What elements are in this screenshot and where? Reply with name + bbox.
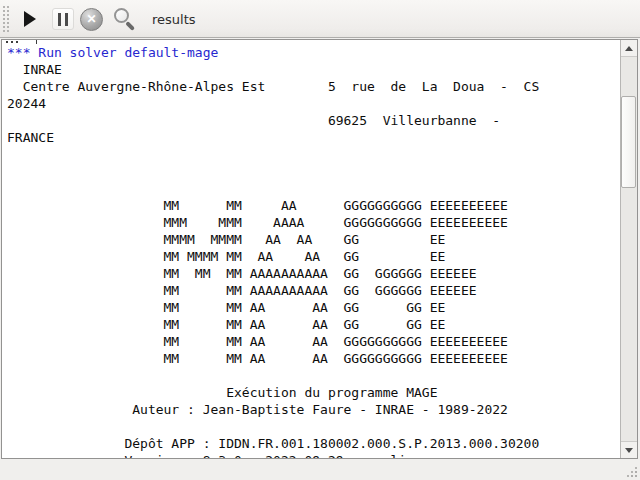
scroll-down-button[interactable] [621,441,637,458]
console-line: MM MM AA AA GGGGGGGGGG EEEEEEEEEE [7,333,620,350]
search-icon [114,8,129,23]
console-line [7,163,620,180]
console-text: *** Run solver default-mage INRAE Centre… [2,40,620,458]
console-line: Auteur : Jean-Baptiste Faure - INRAE - 1… [7,401,620,418]
console-line: *** Run solver default-mage [7,44,620,61]
console-line [7,418,620,435]
console-line: MM MM AA AA GG GG EE [7,299,620,316]
console-line: Exécution du programme MAGE [7,384,620,401]
results-label: results [152,12,196,27]
console-line: MMMM MMMM AA AA GG EE [7,231,620,248]
scrollbar-thumb[interactable] [621,96,636,188]
vertical-scrollbar[interactable] [620,40,637,458]
arrow-down-icon [625,448,633,453]
console-line: FRANCE [7,129,620,146]
arrow-up-icon [625,46,633,51]
clipped-text-fragment [6,41,8,43]
clipped-text-fragment [36,40,37,44]
scrollbar-track[interactable] [621,56,637,442]
console-line [7,367,620,384]
pause-button[interactable] [52,8,74,30]
console-line: MM MMMM MM AA AA GG EE [7,248,620,265]
console-line: Centre Auvergne-Rhône-Alpes Est 5 rue de… [7,78,620,95]
console-line: MM MM AA AA GG GG EE [7,316,620,333]
console-line: MM MM AA GGGGGGGGGG EEEEEEEEEE [7,197,620,214]
console-line [7,180,620,197]
console-line: Version : 8.3.0 - 2022-09-29 pour linux [7,452,620,458]
console-line [7,146,620,163]
console-line: MM MM AAAAAAAAAA GG GGGGGG EEEEEE [7,282,620,299]
clipped-text-fragment [16,41,18,43]
toolbar-drag-handle[interactable] [3,6,10,32]
console-line: INRAE [7,61,620,78]
console-line: 69625 Villeurbanne - [7,112,620,129]
bottom-strip [0,459,640,480]
pause-icon [58,13,68,26]
run-button[interactable] [24,10,40,28]
console-line: 20244 [7,95,620,112]
clipped-text-fragment [11,41,13,43]
search-button[interactable] [112,6,138,32]
console-line: MM MM MM AAAAAAAAAA GG GGGGGG EEEEEE [7,265,620,282]
console-line: Dépôt APP : IDDN.FR.001.180002.000.S.P.2… [7,435,620,452]
toolbar: ✕ results [0,0,640,38]
play-icon [24,11,36,27]
app-window: ✕ results *** Run solver default-mage IN… [0,0,640,480]
console-line: MM MM AA AA GGGGGGGGGG EEEEEEEEEE [7,350,620,367]
console-line: MMM MMM AAAA GGGGGGGGGG EEEEEEEEEE [7,214,620,231]
stop-icon: ✕ [80,8,103,31]
scroll-up-button[interactable] [621,40,637,57]
console-output[interactable]: *** Run solver default-mage INRAE Centre… [1,39,638,459]
console-viewport[interactable]: *** Run solver default-mage INRAE Centre… [2,40,620,458]
stop-button[interactable]: ✕ [80,7,104,31]
resize-grip-icon[interactable] [625,465,637,477]
